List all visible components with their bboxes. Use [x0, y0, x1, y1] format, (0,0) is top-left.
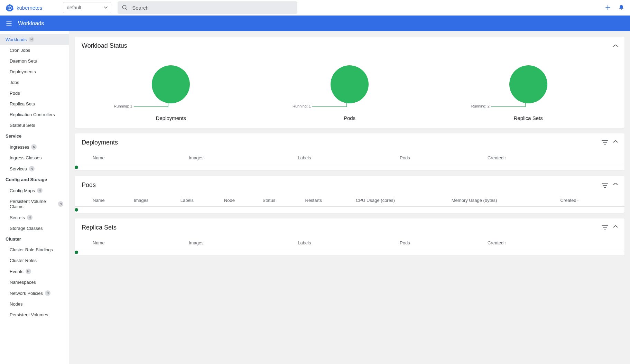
chevron-up-icon	[613, 45, 618, 47]
namespace-select[interactable]: default	[63, 2, 111, 13]
filter-button[interactable]	[602, 140, 608, 145]
create-button[interactable]	[604, 4, 611, 11]
col-labels[interactable]: Labels	[176, 194, 220, 207]
sidebar-item[interactable]: Network PoliciesN	[0, 288, 69, 299]
sidebar-item-label: Jobs	[10, 80, 19, 85]
filter-button[interactable]	[602, 183, 608, 188]
sidebar-item-label: Namespaces	[10, 280, 36, 285]
card-title: Replica Sets	[82, 224, 117, 231]
sidebar-item-label: Stateful Sets	[10, 123, 35, 128]
col-mem[interactable]: Memory Usage (bytes)	[447, 194, 556, 207]
page-title: Workloads	[18, 20, 44, 27]
status-dot-icon	[75, 208, 78, 212]
sidebar-item[interactable]: Replication Controllers	[0, 109, 69, 120]
sidebar-item[interactable]: Cluster Role Bindings	[0, 244, 69, 255]
deployments-card: Deployments Name Images Labels Pods Crea…	[75, 133, 624, 170]
col-name[interactable]: Name	[89, 194, 130, 207]
workload-status-card: Workload Status Running: 1 Deployments R…	[75, 37, 624, 128]
search-icon	[122, 4, 128, 11]
sidebar-item[interactable]: EventsN	[0, 266, 69, 277]
hamburger-icon	[6, 20, 12, 27]
col-restarts[interactable]: Restarts	[301, 194, 352, 207]
replicasets-card: Replica Sets Name Images Labels Pods Cre…	[75, 218, 624, 255]
collapse-button[interactable]	[613, 225, 618, 230]
status-chart: Running: 2 Replica Sets	[509, 65, 547, 121]
sidebar-item[interactable]: Namespaces	[0, 277, 69, 288]
col-created[interactable]: Created↑	[483, 237, 611, 249]
sidebar-item[interactable]: ServicesN	[0, 163, 69, 174]
col-labels[interactable]: Labels	[294, 237, 396, 249]
sidebar-heading-service: Service	[0, 131, 69, 141]
col-images[interactable]: Images	[185, 152, 294, 164]
collapse-button[interactable]	[613, 140, 618, 145]
sidebar-item[interactable]: Nodes	[0, 299, 69, 309]
col-labels[interactable]: Labels	[294, 152, 396, 164]
n-badge: N	[58, 201, 63, 207]
sidebar-item[interactable]: Replica Sets	[0, 99, 69, 109]
chart-name: Pods	[344, 115, 355, 121]
sidebar-item[interactable]: SecretsN	[0, 212, 69, 223]
n-badge: N	[31, 144, 37, 150]
sidebar-item-label: Network Policies	[10, 291, 43, 296]
sidebar-item[interactable]: Stateful Sets	[0, 120, 69, 131]
search-input[interactable]: Search	[118, 1, 297, 14]
sidebar-heading-cluster: Cluster	[0, 234, 69, 244]
sidebar-item[interactable]: Deployments	[0, 66, 69, 77]
notifications-button[interactable]	[618, 4, 624, 11]
col-images[interactable]: Images	[185, 237, 294, 249]
sidebar-item-label: Storage Classes	[10, 226, 43, 231]
card-title: Workload Status	[82, 42, 127, 49]
sidebar-item[interactable]: Config MapsN	[0, 185, 69, 196]
kubernetes-logo-icon	[6, 3, 14, 12]
sidebar-item[interactable]: Persistent Volume ClaimsN	[0, 196, 69, 212]
sidebar-item[interactable]: Storage Classes	[0, 223, 69, 234]
svg-line-4	[126, 8, 127, 10]
sidebar-item-label: Ingress Classes	[10, 155, 41, 160]
chevron-up-icon	[613, 140, 618, 143]
card-title: Deployments	[82, 139, 118, 146]
col-node[interactable]: Node	[220, 194, 258, 207]
n-badge: N	[27, 215, 33, 220]
filter-button[interactable]	[602, 225, 608, 230]
collapse-button[interactable]	[613, 45, 618, 47]
pie-label: Running: 2	[471, 104, 490, 108]
pods-table: Name Images Labels Node Status Restarts …	[75, 194, 624, 213]
col-images[interactable]: Images	[130, 194, 176, 207]
sidebar-item[interactable]: Pods	[0, 88, 69, 99]
status-dot-icon	[75, 166, 78, 169]
sidebar-item[interactable]: IngressesN	[0, 141, 69, 152]
topbar: kubernetes default Search	[0, 0, 630, 16]
sidebar-item-workloads[interactable]: Workloads N	[0, 34, 69, 45]
sidebar-item[interactable]: Persistent Volumes	[0, 309, 69, 320]
deployments-table: Name Images Labels Pods Created↑	[75, 152, 624, 170]
menu-button[interactable]	[6, 20, 12, 27]
col-pods[interactable]: Pods	[396, 152, 483, 164]
status-dot-icon	[75, 251, 78, 254]
filter-icon	[602, 225, 608, 230]
col-created[interactable]: Created↑	[556, 194, 611, 207]
brand-text: kubernetes	[17, 5, 42, 11]
col-cpu[interactable]: CPU Usage (cores)	[352, 194, 447, 207]
sidebar-item[interactable]: Cron Jobs	[0, 45, 69, 56]
plus-icon	[604, 4, 611, 11]
sidebar-item[interactable]: Jobs	[0, 77, 69, 88]
filter-icon	[602, 140, 608, 145]
sidebar-item[interactable]: Ingress Classes	[0, 152, 69, 163]
sidebar-item[interactable]: Cluster Roles	[0, 255, 69, 266]
col-pods[interactable]: Pods	[396, 237, 483, 249]
chevron-up-icon	[613, 183, 618, 186]
col-name[interactable]: Name	[89, 237, 185, 249]
logo[interactable]: kubernetes	[6, 3, 42, 12]
svg-point-2	[9, 8, 10, 9]
col-created[interactable]: Created↑	[483, 152, 611, 164]
sidebar-item-label: Daemon Sets	[10, 58, 37, 64]
col-name[interactable]: Name	[89, 152, 185, 164]
n-badge: N	[29, 166, 35, 171]
sidebar-item-label: Replica Sets	[10, 101, 35, 106]
namespace-value: default	[67, 5, 81, 10]
sidebar-item[interactable]: Daemon Sets	[0, 56, 69, 66]
collapse-button[interactable]	[613, 183, 618, 188]
pie-chart: Running: 1	[152, 65, 190, 103]
sidebar-heading-config: Config and Storage	[0, 174, 69, 185]
col-status[interactable]: Status	[258, 194, 301, 207]
